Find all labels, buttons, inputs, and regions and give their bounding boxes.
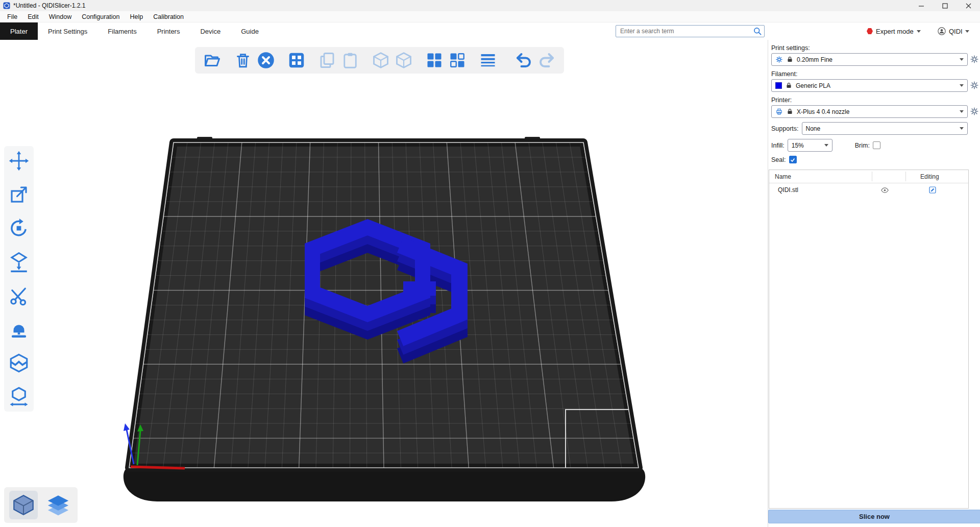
settings-sidebar: Print settings: 0.20mm Fine Filament: [768,40,980,527]
title-bar: *Untitled - QIDISlicer-1.2.1 [0,0,980,11]
column-name: Name [769,173,791,180]
cut-icon[interactable] [8,285,30,306]
menu-edit[interactable]: Edit [22,11,44,22]
close-icon [966,3,971,9]
search-icon[interactable] [752,26,763,36]
tab-bar: Plater Print Settings Filaments Printers… [0,22,980,40]
chevron-down-icon [960,84,964,87]
printer-label: Printer: [771,97,980,104]
tab-device[interactable]: Device [190,22,231,40]
viewport-toolbar [195,47,564,74]
lock-icon [785,82,793,89]
close-button[interactable] [957,0,980,11]
minimize-icon [919,3,924,9]
tab-filaments[interactable]: Filaments [97,22,146,40]
chevron-down-icon [965,30,969,33]
maximize-button[interactable] [933,0,957,11]
column-editing: Editing [920,173,939,180]
printer-icon [775,108,783,115]
printer-gear-icon[interactable] [970,107,979,116]
lock-icon [786,56,794,63]
mode-selector[interactable]: Expert mode [867,22,921,40]
filament-gear-icon[interactable] [970,81,979,90]
chevron-down-icon [824,144,828,147]
visibility-eye-icon[interactable] [880,186,889,195]
build-plate [97,135,684,516]
scale-icon[interactable] [8,184,30,205]
column-divider [905,172,906,181]
menu-help[interactable]: Help [125,11,149,22]
supports-value: None [806,125,821,132]
filament-value: Generic PLA [796,82,830,89]
check-icon [790,157,796,163]
tab-guide[interactable]: Guide [231,22,269,40]
tab-plater[interactable]: Plater [0,22,38,40]
gear-icon [775,56,783,63]
filament-label: Filament: [771,70,980,78]
menu-bar: File Edit Window Configuration Help Cali… [0,11,980,22]
paint-supports-icon[interactable] [8,319,30,340]
measure-icon[interactable] [8,386,30,408]
print-settings-combo[interactable]: 0.20mm Fine [771,53,968,66]
print-settings-gear-icon[interactable] [970,55,979,64]
printer-value: X-Plus 4 0.4 nozzle [797,108,849,115]
view-switcher [4,487,78,523]
chevron-down-icon [917,30,921,33]
menu-calibration[interactable]: Calibration [148,11,189,22]
delete-all-icon[interactable] [257,51,275,69]
paste-icon[interactable] [341,51,359,69]
slice-now-button[interactable]: Slice now [768,510,980,523]
user-icon [937,27,946,36]
open-file-icon[interactable] [203,51,222,69]
mode-label: Expert mode [876,28,914,35]
tab-printers[interactable]: Printers [147,22,190,40]
split-to-parts-icon[interactable] [448,51,467,69]
seam-painting-icon[interactable] [8,352,30,374]
3d-editor-view-icon[interactable] [9,491,38,519]
chevron-down-icon [960,127,964,130]
rotate-icon[interactable] [8,218,30,239]
account-menu[interactable]: QIDI [937,22,969,40]
chevron-down-icon [960,110,964,113]
infill-label: Infill: [771,142,785,149]
infill-combo[interactable]: 15% [788,139,832,152]
object-name: QIDI.stl [769,186,798,194]
editing-icon[interactable] [928,186,937,194]
copy-icon[interactable] [318,51,336,69]
supports-combo[interactable]: None [802,122,968,135]
search-input[interactable] [616,25,765,37]
filament-combo[interactable]: Generic PLA [771,79,968,92]
move-icon[interactable] [8,150,30,172]
tab-print-settings[interactable]: Print Settings [38,22,97,40]
3d-viewport[interactable] [0,40,768,527]
manipulation-toolbar [4,146,34,412]
printer-combo[interactable]: X-Plus 4 0.4 nozzle [771,105,968,118]
add-instance-icon[interactable] [372,51,390,69]
seal-checkbox[interactable] [789,156,797,163]
infill-value: 15% [792,142,804,149]
preview-view-icon[interactable] [44,491,72,519]
arrange-icon[interactable] [287,51,306,69]
minimize-button[interactable] [910,0,933,11]
delete-icon[interactable] [234,51,252,69]
account-label: QIDI [949,28,963,35]
redo-icon[interactable] [537,51,556,69]
supports-label: Supports: [771,125,799,132]
remove-instance-icon[interactable] [395,51,413,69]
place-on-face-icon[interactable] [8,251,30,273]
menu-window[interactable]: Window [44,11,77,22]
object-row[interactable]: QIDI.stl [769,183,968,197]
menu-configuration[interactable]: Configuration [77,11,125,22]
app-icon [3,2,10,9]
menu-file[interactable]: File [2,11,22,22]
print-settings-label: Print settings: [771,44,980,52]
expert-mode-icon [867,28,873,34]
chevron-down-icon [960,58,964,61]
print-settings-value: 0.20mm Fine [797,56,832,63]
object-list-header: Name Editing [769,170,968,183]
variable-layer-height-icon[interactable] [479,51,497,69]
brim-checkbox[interactable] [873,141,880,149]
undo-icon[interactable] [514,51,533,69]
object-list: Name Editing QIDI.stl [769,170,969,509]
split-to-objects-icon[interactable] [425,51,444,69]
